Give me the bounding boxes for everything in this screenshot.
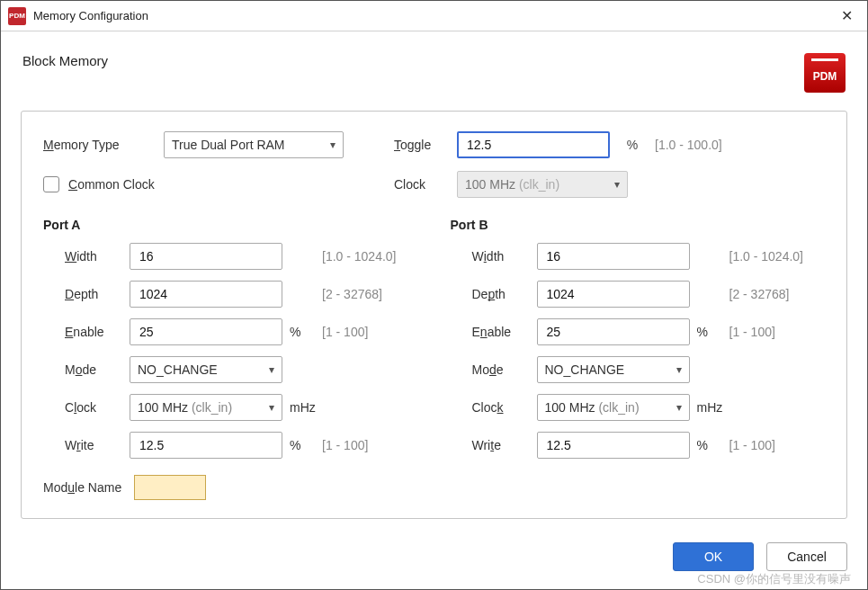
dialog-window: PDM Memory Configuration ✕ Block Memory … <box>0 0 868 590</box>
watermark-text: CSDN @你的信号里没有噪声 <box>697 571 851 587</box>
titlebar: PDM Memory Configuration ✕ <box>1 1 867 31</box>
porta-enable-input[interactable] <box>130 318 282 345</box>
memory-type-select[interactable]: True Dual Port RAM ▾ <box>164 131 344 158</box>
module-name-row: Module Name <box>43 475 825 500</box>
toggle-suffix: % <box>624 138 640 152</box>
row-memory-toggle: Memory Type True Dual Port RAM ▾ Toggle … <box>43 131 825 158</box>
chevron-down-icon: ▾ <box>676 401 682 414</box>
portb-clock-select[interactable]: 100 MHz (clk_in) ▾ <box>537 394 690 421</box>
portb-width-range: [1.0 - 1024.0] <box>724 249 804 264</box>
porta-width-range: [1.0 - 1024.0] <box>317 249 397 264</box>
chevron-down-icon: ▾ <box>676 363 682 376</box>
chevron-down-icon: ▾ <box>330 139 336 151</box>
port-a-title: Port A <box>43 218 418 232</box>
module-name-label: Module Name <box>43 480 121 495</box>
portb-enable-label: Enable <box>451 325 537 339</box>
toggle-range: [1.0 - 100.0] <box>655 138 722 152</box>
close-icon[interactable]: ✕ <box>826 1 867 31</box>
portb-depth-input[interactable] <box>537 281 690 308</box>
portb-write-input[interactable] <box>537 432 690 459</box>
chevron-down-icon: ▾ <box>269 401 274 414</box>
porta-depth-range: [2 - 32768] <box>317 287 382 301</box>
row-common-clock: Common Clock Clock 100 MHz (clk_in) ▾ <box>43 171 825 198</box>
porta-write-input[interactable] <box>130 432 282 459</box>
clock-label: Clock <box>394 177 443 192</box>
common-clock-checkbox[interactable] <box>43 176 59 192</box>
porta-mode-label: Mode <box>43 362 130 377</box>
toggle-input[interactable] <box>457 131 610 158</box>
porta-write-label: Write <box>43 438 130 452</box>
window-title: Memory Configuration <box>33 9 826 22</box>
portb-depth-label: Depth <box>451 287 537 301</box>
porta-depth-input[interactable] <box>130 281 282 308</box>
chevron-down-icon: ▾ <box>614 178 620 191</box>
ok-button[interactable]: OK <box>673 542 754 571</box>
porta-width-input[interactable] <box>130 243 282 270</box>
app-icon: PDM <box>8 7 26 25</box>
port-b-title: Port B <box>451 218 826 232</box>
porta-enable-range: [1 - 100] <box>317 325 368 339</box>
portb-clock-label: Clock <box>451 400 537 415</box>
cancel-button[interactable]: Cancel <box>766 542 847 571</box>
header: Block Memory PDM <box>1 31 867 98</box>
porta-clock-label: Clock <box>43 400 130 415</box>
portb-write-range: [1 - 100] <box>724 438 775 452</box>
portb-enable-input[interactable] <box>537 318 690 345</box>
config-panel: Memory Type True Dual Port RAM ▾ Toggle … <box>21 111 847 519</box>
brand-logo: PDM <box>804 53 846 93</box>
portb-enable-range: [1 - 100] <box>724 325 775 339</box>
porta-depth-label: Depth <box>43 287 130 301</box>
porta-clock-select[interactable]: 100 MHz (clk_in) ▾ <box>130 394 282 421</box>
porta-width-label: Width <box>43 249 130 264</box>
memory-type-label: Memory Type <box>43 138 149 152</box>
porta-write-range: [1 - 100] <box>317 438 368 452</box>
port-b: Port B Width [1.0 - 1024.0] Depth [2 - 3… <box>451 218 826 469</box>
portb-width-input[interactable] <box>537 243 690 270</box>
common-clock-label: Common Clock <box>68 177 155 192</box>
clock-select: 100 MHz (clk_in) ▾ <box>457 171 628 198</box>
footer-buttons: OK Cancel <box>673 542 847 571</box>
porta-enable-label: Enable <box>43 325 130 339</box>
port-a: Port A Width [1.0 - 1024.0] Depth [2 - 3… <box>43 218 418 469</box>
toggle-label: Toggle <box>394 138 443 152</box>
portb-write-label: Write <box>451 438 537 452</box>
module-name-input[interactable] <box>134 475 206 500</box>
portb-width-label: Width <box>451 249 537 264</box>
portb-mode-select[interactable]: NO_CHANGE ▾ <box>537 356 690 383</box>
portb-depth-range: [2 - 32768] <box>724 287 790 301</box>
ports-container: Port A Width [1.0 - 1024.0] Depth [2 - 3… <box>43 218 825 469</box>
porta-mode-select[interactable]: NO_CHANGE ▾ <box>130 356 282 383</box>
chevron-down-icon: ▾ <box>269 363 274 376</box>
page-title: Block Memory <box>22 53 108 68</box>
portb-mode-label: Mode <box>451 362 537 377</box>
